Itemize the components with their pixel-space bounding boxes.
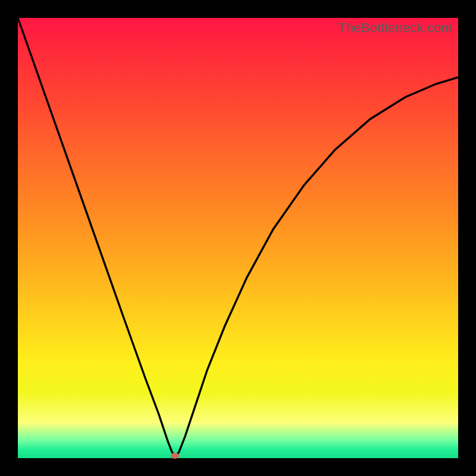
- optimum-marker: [171, 453, 179, 459]
- curve-svg: [18, 18, 458, 458]
- plot-area: TheBottleneck.com: [18, 18, 458, 458]
- chart-frame: TheBottleneck.com: [0, 0, 476, 476]
- bottleneck-curve: [18, 18, 458, 456]
